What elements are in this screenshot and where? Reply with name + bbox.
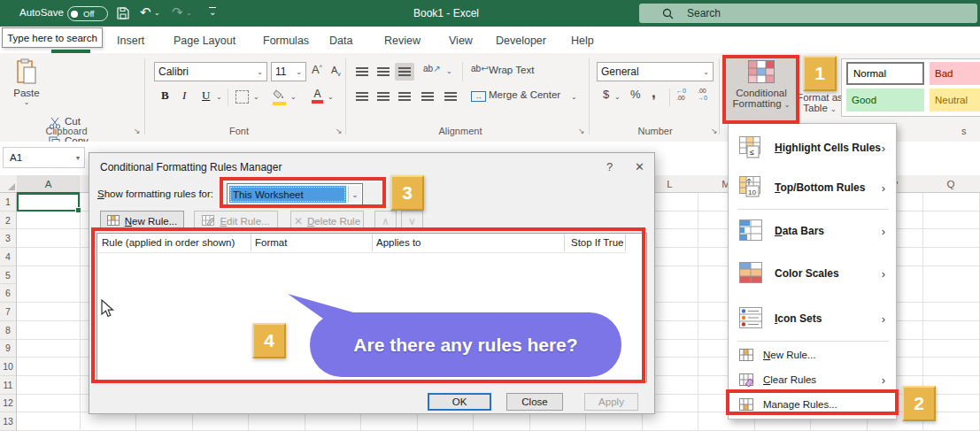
row-header[interactable]: 10 xyxy=(0,358,16,376)
align-top-button[interactable] xyxy=(352,63,372,81)
column-header-q[interactable]: Q xyxy=(922,175,979,192)
column-header-a[interactable]: A xyxy=(17,175,80,194)
clipboard-dialog-launcher-icon[interactable]: ↘ xyxy=(134,127,141,135)
row-header[interactable]: 5 xyxy=(0,266,16,285)
underline-button[interactable]: U xyxy=(202,89,210,103)
row-header[interactable]: 2 xyxy=(0,212,16,230)
undo-icon[interactable]: ↶ xyxy=(140,4,151,20)
menu-item-color-scales[interactable]: Color Scales › xyxy=(729,255,896,292)
number-dialog-launcher-icon[interactable]: ↘ xyxy=(711,127,718,135)
grow-font-button[interactable]: A^ xyxy=(312,63,322,76)
currency-dropdown-icon[interactable]: ⌄ xyxy=(614,93,621,101)
decrease-decimal-button[interactable]: .00→0 xyxy=(698,88,707,102)
qat-customize-icon[interactable]: ⌄ xyxy=(209,7,216,16)
row-header[interactable]: 11 xyxy=(0,376,16,395)
underline-dropdown-icon[interactable]: ⌄ xyxy=(216,93,222,101)
name-box[interactable]: A1 ▾ xyxy=(3,147,85,168)
currency-button[interactable]: $ xyxy=(603,88,609,101)
align-bottom-button[interactable] xyxy=(395,63,414,81)
font-dialog-launcher-icon[interactable]: ↘ xyxy=(336,127,343,135)
apply-button[interactable]: Apply xyxy=(584,393,638,411)
align-left-button[interactable] xyxy=(352,88,372,105)
name-box-dropdown-icon[interactable]: ▾ xyxy=(76,154,80,162)
submenu-chevron-icon: › xyxy=(882,181,885,195)
align-center-button[interactable] xyxy=(374,88,393,105)
increase-decimal-button[interactable]: ←0.00 xyxy=(676,88,686,102)
style-normal[interactable]: Normal xyxy=(846,62,924,85)
number-format-combo[interactable]: General ⌄ xyxy=(597,62,714,81)
borders-button[interactable] xyxy=(235,90,249,104)
comma-style-button[interactable]: , xyxy=(652,84,656,102)
italic-button[interactable]: I xyxy=(182,89,186,103)
undo-dropdown-icon[interactable]: ⌄ xyxy=(154,9,160,17)
toggle-knob xyxy=(71,11,78,18)
font-size-dropdown-icon: ⌄ xyxy=(296,68,302,76)
font-name-combo[interactable]: Calibri ⌄ xyxy=(154,62,267,81)
align-right-button[interactable] xyxy=(395,88,414,105)
tab-formulas[interactable]: Formulas xyxy=(263,35,309,47)
tab-help[interactable]: Help xyxy=(571,35,594,47)
menu-item-icon-sets[interactable]: Icon Sets › xyxy=(729,300,896,337)
bold-button[interactable]: B xyxy=(161,89,169,103)
menu-item-highlight-cells-rules[interactable]: ≤ Highlight Cells Rules › xyxy=(729,129,896,166)
submenu-chevron-icon: › xyxy=(882,225,885,238)
paste-dropdown-icon[interactable]: ⌄ xyxy=(9,98,44,106)
row-header[interactable]: 6 xyxy=(0,284,16,303)
alignment-dialog-launcher-icon[interactable]: ↘ xyxy=(578,127,585,135)
style-neutral[interactable]: Neutral xyxy=(930,89,980,112)
autosave-toggle[interactable]: Off xyxy=(67,6,108,21)
orientation-button[interactable]: ab↗ xyxy=(423,64,441,73)
excel-app-window: { "title_bar": { "autosave_label": "Auto… xyxy=(0,0,980,431)
select-all-corner[interactable] xyxy=(0,175,18,192)
name-box-value: A1 xyxy=(10,152,22,163)
ok-button[interactable]: OK xyxy=(428,393,491,411)
menu-item-clear-rules[interactable]: Clear Rules › xyxy=(729,369,896,390)
dialog-help-button[interactable]: ? xyxy=(606,160,613,173)
paste-button[interactable]: Paste ⌄ xyxy=(9,58,44,115)
decrease-indent-button[interactable] xyxy=(418,88,437,105)
orientation-dropdown-icon[interactable]: ⌄ xyxy=(446,67,452,75)
increase-indent-button[interactable] xyxy=(441,88,460,105)
font-color-dropdown-icon[interactable]: ⌄ xyxy=(328,93,334,101)
format-as-table-button[interactable]: Format as Table ⌄ xyxy=(795,92,845,113)
dialog-title: Conditional Formatting Rules Manager xyxy=(100,161,282,173)
font-name-value: Calibri xyxy=(158,65,189,78)
row-header[interactable]: 12 xyxy=(0,395,16,413)
menu-item-top-bottom-rules[interactable]: 10 Top/Bottom Rules › xyxy=(729,169,896,206)
tab-view[interactable]: View xyxy=(449,35,473,47)
menu-item-data-bars[interactable]: Data Bars › xyxy=(729,212,896,250)
row-header[interactable]: 1 xyxy=(0,193,16,212)
wrap-text-button[interactable]: Wrap Text xyxy=(489,65,534,75)
row-header[interactable]: 8 xyxy=(0,321,16,340)
selected-cell-a1[interactable] xyxy=(17,193,80,212)
dialog-close-icon[interactable]: ✕ xyxy=(635,160,644,173)
percent-button[interactable]: % xyxy=(630,88,641,101)
menu-item-new-rule[interactable]: New Rule... xyxy=(729,344,896,366)
tab-insert[interactable]: Insert xyxy=(117,35,144,47)
fill-color-button[interactable] xyxy=(273,89,286,105)
font-color-button[interactable]: A xyxy=(312,88,323,104)
row-header[interactable]: 9 xyxy=(0,340,16,358)
search-placeholder: Search xyxy=(687,7,721,19)
merge-center-dropdown-icon[interactable]: ⌄ xyxy=(571,93,577,101)
align-middle-button[interactable] xyxy=(374,63,393,81)
fill-color-dropdown-icon[interactable]: ⌄ xyxy=(290,93,297,101)
row-header[interactable]: 4 xyxy=(0,248,16,266)
tab-developer[interactable]: Developer xyxy=(496,35,546,47)
font-size-combo[interactable]: 11 ⌄ xyxy=(271,62,306,81)
row-header[interactable]: 7 xyxy=(0,303,16,321)
fill-handle[interactable] xyxy=(75,207,81,213)
merge-center-button[interactable]: Merge & Center xyxy=(489,89,560,100)
row-header[interactable]: 13 xyxy=(0,412,16,431)
borders-dropdown-icon[interactable]: ⌄ xyxy=(253,93,259,101)
search-box[interactable]: Search xyxy=(639,4,977,23)
tab-review[interactable]: Review xyxy=(384,35,421,47)
style-good[interactable]: Good xyxy=(846,89,924,112)
tab-page-layout[interactable]: Page Layout xyxy=(174,35,235,47)
row-header[interactable]: 3 xyxy=(0,229,16,248)
style-bad[interactable]: Bad xyxy=(930,62,980,85)
shrink-font-button[interactable]: Av xyxy=(331,65,341,77)
tab-data[interactable]: Data xyxy=(329,35,352,47)
save-icon[interactable] xyxy=(116,6,130,20)
close-button[interactable]: Close xyxy=(506,393,563,411)
